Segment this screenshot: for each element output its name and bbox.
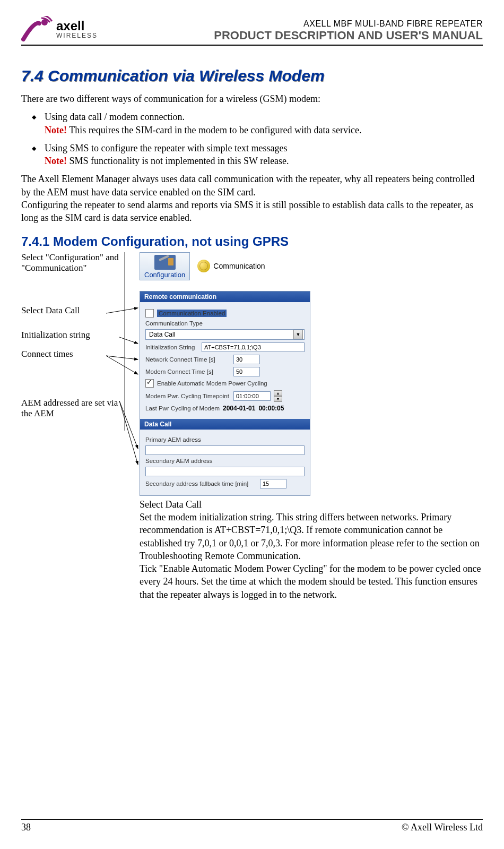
bullet-2-line: Using SMS to configure the repeater with… xyxy=(45,143,287,153)
logo: axell WIRELESS xyxy=(21,16,98,42)
callout-select-config: Select "Configuration" and "Communicatio… xyxy=(21,252,121,304)
chevron-down-icon[interactable]: ▼ xyxy=(274,396,282,402)
product-line: AXELL MBF MULI-BAND FIBRE REPEATER xyxy=(214,19,483,29)
bullet-1-note-text: This requires the SIM-card in the modem … xyxy=(67,125,362,135)
globe-icon xyxy=(197,260,210,272)
intro-text: There are two different ways of communic… xyxy=(21,92,483,105)
communication-enabled-label: Communication Enabled xyxy=(157,310,227,317)
bullet-1-note-label: Note! xyxy=(45,125,67,135)
panel-title-datacall: Data Call xyxy=(140,419,310,430)
fallback-time-input[interactable] xyxy=(260,479,286,488)
bullet-2-note-text: SMS functionality is not implemented in … xyxy=(67,156,289,166)
bullet-1-line: Using data call / modem connection. xyxy=(45,112,185,122)
auto-power-cycle-label: Enable Automatic Modem Power Cycling xyxy=(157,380,267,387)
last-pwr-date: 2004-01-01 xyxy=(223,405,255,412)
last-pwr-time: 00:00:05 xyxy=(258,405,284,412)
bullet-2: Using SMS to configure the repeater with… xyxy=(32,142,483,168)
communication-button[interactable]: Communication xyxy=(197,260,265,272)
chevron-up-icon[interactable]: ▲ xyxy=(274,390,282,396)
pwr-cycling-timepoint-label: Modem Pwr. Cycling Timepoint xyxy=(145,393,230,399)
logo-icon xyxy=(21,16,53,42)
modem-connect-label: Modem Connect Time [s] xyxy=(145,368,230,375)
manual-line: PRODUCT DESCRIPTION AND USER'S MANUAL xyxy=(214,29,483,42)
fallback-time-label: Secondary address fallback time [min] xyxy=(145,481,257,487)
time-spinner[interactable]: ▲ ▼ xyxy=(274,390,282,402)
primary-aem-input[interactable] xyxy=(145,445,305,455)
auto-power-cycle-checkbox[interactable] xyxy=(145,379,154,388)
callout-connect-times: Connect times xyxy=(21,349,121,397)
communication-type-select[interactable]: Data Call ▼ xyxy=(145,329,305,340)
pwr-cycling-timepoint-input[interactable] xyxy=(233,391,271,401)
section-title: 7.4 Communication via Wireless Modem xyxy=(21,67,483,85)
network-connect-input[interactable] xyxy=(233,355,260,364)
page-number: 38 xyxy=(21,822,31,833)
subsection-title: 7.4.1 Modem Configuration, not using GPR… xyxy=(21,234,483,249)
logo-text: axell WIRELESS xyxy=(56,20,98,39)
chevron-down-icon[interactable]: ▼ xyxy=(293,330,303,339)
primary-aem-label: Primary AEM adress xyxy=(145,436,201,443)
panel-title-remote: Remote communication xyxy=(140,291,310,302)
init-string-input[interactable] xyxy=(202,342,305,352)
logo-brand: axell xyxy=(56,19,84,33)
network-connect-label: Network Connect Time [s] xyxy=(145,356,230,363)
communication-enabled-checkbox[interactable] xyxy=(145,309,154,318)
wrench-icon xyxy=(154,255,176,270)
callout-init-string: Initialization string xyxy=(21,330,121,348)
secondary-aem-input[interactable] xyxy=(145,467,305,476)
page-header: axell WIRELESS AXELL MBF MULI-BAND FIBRE… xyxy=(21,16,483,46)
bullet-2-note-label: Note! xyxy=(45,156,67,166)
modem-connect-input[interactable] xyxy=(233,367,260,376)
callout-labels: Select "Configuration" and "Communicatio… xyxy=(21,252,125,431)
page-footer: 38 © Axell Wireless Ltd xyxy=(21,819,483,833)
configuration-label: Configuration xyxy=(144,271,185,279)
last-pwr-cycling-label: Last Pwr Cycling of Modem xyxy=(145,405,220,411)
remote-communication-panel: Remote communication Communication Enabl… xyxy=(140,291,310,496)
communication-label: Communication xyxy=(213,262,265,270)
paragraph-2: The Axell Element Manager always uses da… xyxy=(21,173,483,224)
communication-type-label: Communication Type xyxy=(145,320,203,327)
configuration-button[interactable]: Configuration xyxy=(140,252,190,280)
copyright: © Axell Wireless Ltd xyxy=(402,822,483,833)
init-string-label: Initialization String xyxy=(145,344,198,350)
logo-subtitle: WIRELESS xyxy=(56,32,98,39)
communication-type-value: Data Call xyxy=(149,331,175,338)
secondary-aem-label: Secondary AEM address xyxy=(145,458,213,464)
callout-select-datacall: Select Data Call xyxy=(21,305,121,329)
callout-aem-address: AEM addressed are set via the AEM xyxy=(21,398,121,430)
bullet-1: Using data call / modem connection. Note… xyxy=(32,110,483,136)
instructions-text: Select Data Call Set the modem initializ… xyxy=(140,498,483,601)
